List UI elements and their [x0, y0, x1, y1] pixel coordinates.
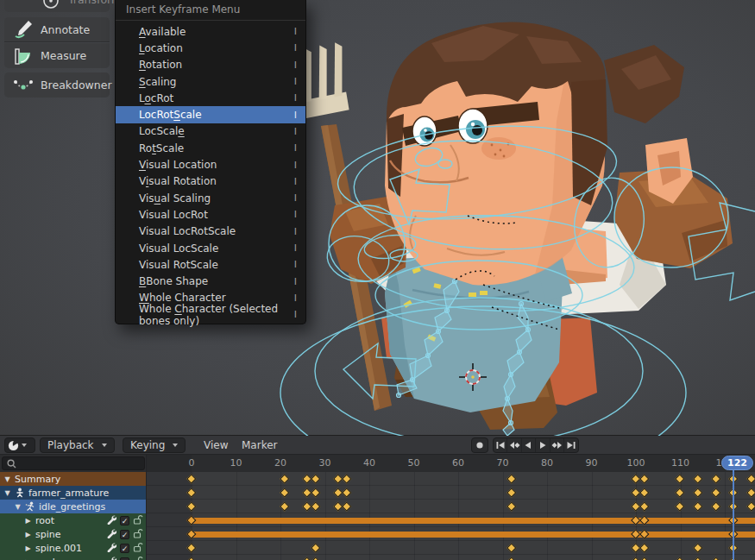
record-icon [475, 441, 484, 450]
blender-window: TransformAnnotateMeasureBreakdowner Inse… [0, 0, 755, 560]
armature-icon [15, 488, 25, 498]
annotate-pen-icon [13, 19, 34, 40]
channel-spine-001[interactable]: ▶spine.001✓ [0, 541, 147, 555]
menu-item-label: Visual LocRot [139, 209, 208, 221]
menu-playback[interactable]: Playback [40, 437, 115, 453]
record-button[interactable] [471, 437, 488, 453]
insert-keyframe-menu: Insert Keyframe Menu AvailableILocationI… [115, 0, 306, 324]
jump-start-button[interactable] [494, 438, 507, 452]
channel-search-input[interactable] [2, 456, 145, 470]
wrench-icon[interactable] [106, 528, 116, 541]
menu-item-bbone-shape[interactable]: BBone ShapeI [116, 273, 305, 289]
channel-root[interactable]: ▶root✓ [0, 513, 147, 527]
tool-measure[interactable]: Measure [4, 43, 110, 68]
next-keyframe-button[interactable] [551, 438, 564, 452]
transform-circle-icon [41, 0, 61, 9]
tool-annotate[interactable]: Annotate [4, 17, 110, 42]
channel-name: Summary [15, 474, 60, 485]
channel-enable-checkbox[interactable]: ✓ [120, 530, 129, 539]
action-icon [25, 501, 35, 512]
menu-item-shortcut: I [294, 259, 297, 270]
channel-enable-checkbox[interactable]: ✓ [120, 557, 129, 560]
menu-item-locrotscale[interactable]: LocRotScaleI [116, 106, 305, 123]
expand-triangle-icon[interactable]: ▶ [24, 544, 32, 552]
wrench-icon[interactable] [106, 542, 116, 555]
menu-item-shortcut: I [294, 176, 297, 187]
channel-name: farmer_armature [28, 488, 109, 499]
expand-triangle-icon[interactable]: ▶ [24, 531, 32, 538]
channel-idle-greetings[interactable]: ▼idle_greetings [0, 500, 147, 513]
playhead-line[interactable] [733, 470, 734, 560]
collapse-triangle-icon[interactable]: ▼ [3, 475, 11, 483]
lock-open-icon[interactable] [133, 556, 143, 560]
expand-triangle-icon[interactable]: ▶ [24, 517, 32, 525]
menu-item-rotscale[interactable]: RotScaleI [116, 140, 305, 156]
menu-item-locscale[interactable]: LocScaleI [116, 123, 305, 140]
menu-label: Keying [130, 439, 165, 451]
prev-keyframe-button[interactable] [507, 438, 521, 452]
tool-breakdowner[interactable]: Breakdowner [4, 72, 110, 98]
menu-item-shortcut: I [294, 60, 297, 71]
ruler-tick-10: 10 [230, 457, 242, 469]
chevron-down-icon [102, 444, 107, 447]
lock-open-icon[interactable] [133, 514, 143, 527]
play-forward-button[interactable] [536, 438, 550, 452]
clock-icon [8, 440, 19, 451]
menu-item-scaling[interactable]: ScalingI [116, 73, 305, 90]
menu-item-visual-rotscale[interactable]: Visual RotScaleI [116, 256, 305, 273]
menu-label: View [204, 439, 228, 451]
jump-end-button[interactable] [564, 438, 578, 452]
ruler-tick-0: 0 [189, 457, 195, 469]
menu-view[interactable]: View [197, 437, 235, 453]
channel-enable-checkbox[interactable]: ✓ [120, 516, 129, 525]
menu-item-rotation[interactable]: RotationI [116, 57, 305, 73]
row-separator [147, 513, 755, 513]
channel-farmer-armature[interactable]: ▼farmer_armature [0, 486, 147, 500]
channel-spine[interactable]: ▶spine✓ [0, 527, 147, 541]
menu-item-location[interactable]: LocationI [116, 40, 305, 56]
menu-item-label: LocRotScale [139, 109, 202, 121]
long-keyframe-bar[interactable] [192, 532, 755, 538]
tool-transform-partial[interactable]: Transform [4, 0, 110, 12]
menu-item-whole-character-selected-bones-only[interactable]: Whole Character (Selected bones only)I [116, 306, 305, 323]
menu-item-visual-rotation[interactable]: Visual RotationI [116, 173, 305, 190]
current-frame-badge[interactable]: 122 [721, 456, 753, 470]
frame-ruler[interactable]: 0102030405060708090100110120 [147, 455, 755, 472]
menu-item-available[interactable]: AvailableI [116, 23, 305, 40]
menu-marker[interactable]: Marker [235, 437, 284, 453]
wrench-icon[interactable] [106, 556, 116, 560]
viewport-toolbar: TransformAnnotateMeasureBreakdowner [0, 0, 115, 436]
lock-open-icon[interactable] [133, 528, 143, 541]
wrench-icon[interactable] [106, 514, 116, 527]
collapse-triangle-icon[interactable]: ▼ [3, 489, 11, 497]
menu-item-visual-locscale[interactable]: Visual LocScaleI [116, 240, 305, 256]
channel-name: spine [35, 529, 61, 540]
ruler-tick-100: 100 [627, 457, 645, 469]
channel-summary[interactable]: ▼Summary [0, 472, 147, 486]
menu-item-visual-location[interactable]: Visual LocationI [116, 156, 305, 173]
menu-item-visual-locrot[interactable]: Visual LocRotI [116, 206, 305, 223]
menu-item-shortcut: I [294, 242, 297, 254]
tool-label: Annotate [41, 23, 90, 36]
menu-item-label: LocRot [139, 92, 173, 104]
tool-label: Transform [68, 0, 122, 6]
menu-item-label: Whole Character (Selected bones only) [139, 303, 294, 327]
menu-item-visual-scaling[interactable]: Visual ScalingI [116, 190, 305, 206]
menu-item-visual-locrotscale[interactable]: Visual LocRotScaleI [116, 223, 305, 240]
ruler-tick-20: 20 [274, 457, 286, 469]
menu-item-locrot[interactable]: LocRotI [116, 90, 305, 106]
collapse-triangle-icon[interactable]: ▼ [14, 503, 22, 511]
menu-item-label: RotScale [139, 142, 184, 154]
channel-neck[interactable]: ▶neck✓ [0, 555, 147, 560]
menu-title: Insert Keyframe Menu [116, 0, 305, 18]
long-keyframe-bar[interactable] [192, 518, 755, 524]
timeline-ruler-row: 0102030405060708090100110120 [0, 455, 755, 472]
channel-enable-checkbox[interactable]: ✓ [120, 544, 129, 553]
lock-open-icon[interactable] [133, 542, 143, 555]
editor-type-button[interactable] [4, 437, 35, 453]
menu-keying[interactable]: Keying [123, 437, 186, 453]
3d-viewport[interactable]: TransformAnnotateMeasureBreakdowner Inse… [0, 0, 755, 436]
measure-protractor-icon [13, 46, 34, 66]
play-reverse-button[interactable] [522, 438, 536, 452]
menu-item-label: Available [139, 26, 186, 38]
